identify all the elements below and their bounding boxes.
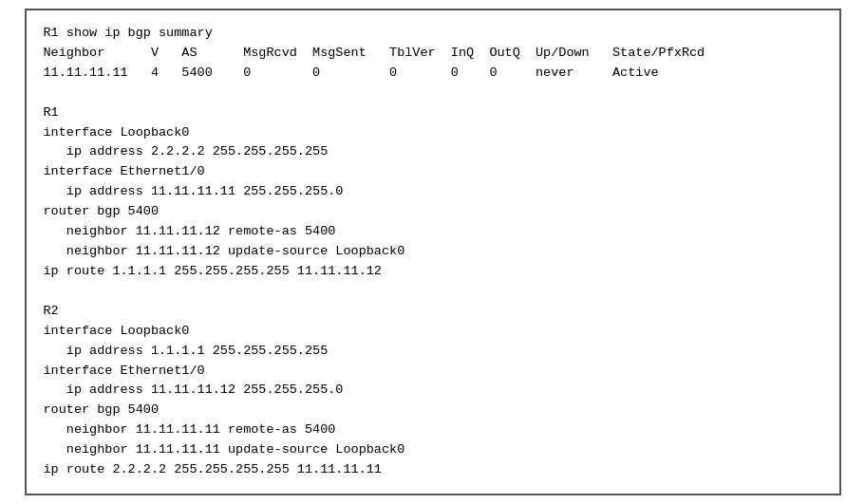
terminal-line: ip address 11.11.11.11 255.255.255.0	[44, 182, 822, 202]
terminal-line: router bgp 5400	[44, 401, 822, 420]
terminal-line: 11.11.11.11 4 5400 0 0 0 0 0 never Activ…	[44, 64, 822, 84]
blank-line	[44, 84, 822, 103]
terminal-line: interface Loopback0	[44, 322, 822, 342]
terminal-line: R1	[44, 103, 822, 123]
terminal-output: R1 show ip bgp summaryNeighbor V AS MsgR…	[25, 9, 841, 495]
terminal-line: neighbor 11.11.11.11 update-source Loopb…	[44, 440, 822, 460]
terminal-line: neighbor 11.11.11.12 update-source Loopb…	[44, 242, 822, 262]
terminal-line: router bgp 5400	[44, 202, 822, 222]
terminal-line: neighbor 11.11.11.12 remote-as 5400	[44, 222, 822, 242]
terminal-line: neighbor 11.11.11.11 remote-as 5400	[44, 420, 822, 440]
terminal-line: R2	[44, 302, 822, 322]
blank-line	[44, 282, 822, 302]
terminal-line: ip address 11.11.11.12 255.255.255.0	[44, 381, 822, 401]
terminal-line: Neighbor V AS MsgRcvd MsgSent TblVer InQ…	[44, 44, 822, 64]
terminal-line: interface Loopback0	[44, 123, 822, 143]
terminal-line: ip route 1.1.1.1 255.255.255.255 11.11.1…	[44, 262, 822, 282]
terminal-line: R1 show ip bgp summary	[44, 24, 822, 44]
terminal-line: ip address 1.1.1.1 255.255.255.255	[44, 342, 822, 362]
terminal-line: interface Ethernet1/0	[44, 362, 822, 382]
terminal-line: ip route 2.2.2.2 255.255.255.255 11.11.1…	[44, 460, 822, 480]
terminal-line: interface Ethernet1/0	[44, 162, 822, 182]
terminal-line: ip address 2.2.2.2 255.255.255.255	[44, 142, 822, 162]
